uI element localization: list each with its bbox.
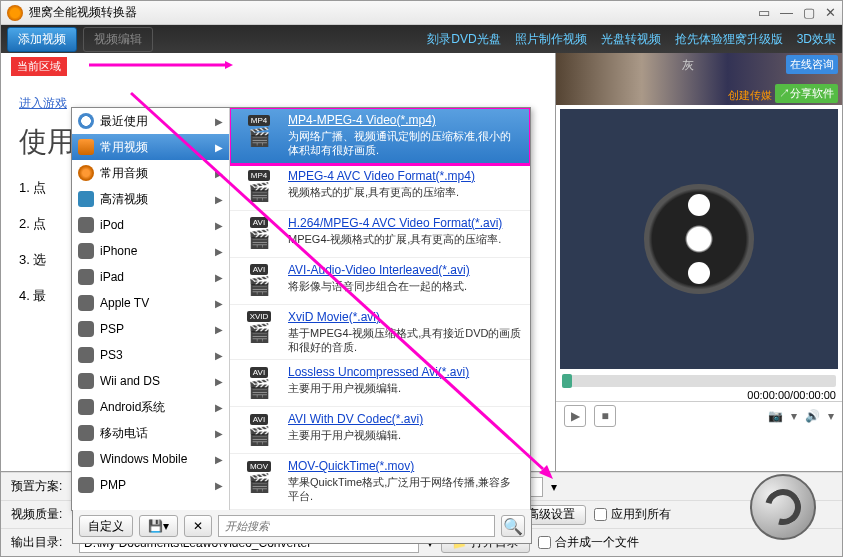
format-item[interactable]: AVI🎬AVI-Audio-Video Interleaved(*.avi)将影… <box>230 258 530 305</box>
format-item[interactable]: MP4🎬MPEG-4 AVC Video Format(*.mp4)视频格式的扩… <box>230 164 530 211</box>
format-item[interactable]: AVI🎬AVI With DV Codec(*.avi)主要用于用户视频编辑. <box>230 407 530 454</box>
convert-button[interactable] <box>750 474 816 540</box>
merge-checkbox[interactable]: 合并成一个文件 <box>538 534 639 551</box>
preset-label: 预置方案: <box>11 478 71 495</box>
format-item[interactable]: MP4🎬MP4-MPEG-4 Video(*.mp4)为网络广播、视频通讯定制的… <box>230 108 530 164</box>
format-icon: MP4🎬 <box>238 113 280 149</box>
category-item[interactable]: iPhone▶ <box>72 238 229 264</box>
category-icon <box>78 399 94 415</box>
chevron-right-icon: ▶ <box>215 246 223 257</box>
format-title: AVI With DV Codec(*.avi) <box>288 412 522 426</box>
category-icon <box>78 321 94 337</box>
minimize-icon[interactable]: — <box>780 5 793 20</box>
volume-icon[interactable]: 🔊 <box>805 409 820 423</box>
format-item[interactable]: XVID🎬XviD Movie(*.avi)基于MPEG4-视频压缩格式,具有接… <box>230 305 530 361</box>
format-desc: MPEG4-视频格式的扩展,具有更高的压缩率. <box>288 232 522 246</box>
save-preset-button[interactable]: 💾▾ <box>139 515 178 537</box>
category-item[interactable]: 移动电话▶ <box>72 420 229 446</box>
chevron-right-icon: ▶ <box>215 298 223 309</box>
play-button[interactable]: ▶ <box>564 405 586 427</box>
category-item[interactable]: Windows Mobile▶ <box>72 446 229 472</box>
consult-button[interactable]: 在线咨询 <box>786 55 838 74</box>
format-item[interactable]: AVI🎬Lossless Uncompressed Avi(*.avi)主要用于… <box>230 360 530 407</box>
format-desc: 苹果QuickTime格式,广泛用于网络传播,兼容多平台. <box>288 475 522 504</box>
banner-text: 创建传媒 <box>728 88 772 103</box>
link-disc[interactable]: 光盘转视频 <box>601 31 661 48</box>
category-label: PMP <box>100 478 126 492</box>
search-input[interactable] <box>218 515 495 537</box>
search-button[interactable]: 🔍 <box>501 515 525 537</box>
maximize-icon[interactable]: ▢ <box>803 5 815 20</box>
category-item[interactable]: 常用视频▶ <box>72 134 229 160</box>
category-item[interactable]: 常用音频▶ <box>72 160 229 186</box>
category-item[interactable]: PSP▶ <box>72 316 229 342</box>
chevron-right-icon: ▶ <box>215 168 223 179</box>
category-item[interactable]: Wii and DS▶ <box>72 368 229 394</box>
category-label: 常用视频 <box>100 139 148 156</box>
add-video-button[interactable]: 添加视频 <box>7 27 77 52</box>
close-icon[interactable]: ✕ <box>825 5 836 20</box>
category-item[interactable]: iPod▶ <box>72 212 229 238</box>
category-icon <box>78 113 94 129</box>
chevron-right-icon: ▶ <box>215 376 223 387</box>
category-item[interactable]: 最近使用▶ <box>72 108 229 134</box>
category-column: 最近使用▶常用视频▶常用音频▶高清视频▶iPod▶iPhone▶iPad▶App… <box>72 108 230 510</box>
apply-all-checkbox[interactable]: 应用到所有 <box>594 506 671 523</box>
category-label: PSP <box>100 322 124 336</box>
category-label: Wii and DS <box>100 374 160 388</box>
menu-icon[interactable]: ▭ <box>758 5 770 20</box>
preset-dropdown-panel: 最近使用▶常用视频▶常用音频▶高清视频▶iPod▶iPhone▶iPad▶App… <box>71 107 531 511</box>
category-item[interactable]: PMP▶ <box>72 472 229 498</box>
vq-label: 视频质量: <box>11 506 71 523</box>
custom-button[interactable]: 自定义 <box>79 515 133 537</box>
toolbar: 添加视频 视频编辑 刻录DVD光盘 照片制作视频 光盘转视频 抢先体验狸窝升级版… <box>1 25 842 53</box>
category-label: 最近使用 <box>100 113 148 130</box>
category-item[interactable]: PS3▶ <box>72 342 229 368</box>
video-preview <box>560 109 838 369</box>
format-icon: AVI🎬 <box>238 412 280 448</box>
share-button[interactable]: ↗分享软件 <box>775 84 838 103</box>
category-item[interactable]: Android系统▶ <box>72 394 229 420</box>
titlebar: 狸窝全能视频转换器 ▭ — ▢ ✕ <box>1 1 842 25</box>
link-photo[interactable]: 照片制作视频 <box>515 31 587 48</box>
format-desc: 主要用于用户视频编辑. <box>288 428 522 442</box>
video-edit-button[interactable]: 视频编辑 <box>83 27 153 52</box>
volume-menu-icon[interactable]: ▾ <box>828 409 834 423</box>
chevron-right-icon: ▶ <box>215 480 223 491</box>
snapshot-icon[interactable]: 📷 <box>768 409 783 423</box>
category-item[interactable]: 高清视频▶ <box>72 186 229 212</box>
snapshot-menu-icon[interactable]: ▾ <box>791 409 797 423</box>
category-label: 高清视频 <box>100 191 148 208</box>
format-icon: AVI🎬 <box>238 263 280 299</box>
category-label: Android系统 <box>100 399 165 416</box>
chevron-right-icon: ▶ <box>215 142 223 153</box>
preset-dropdown-icon[interactable]: ▾ <box>551 480 557 494</box>
category-icon <box>78 425 94 441</box>
stop-button[interactable]: ■ <box>594 405 616 427</box>
chevron-right-icon: ▶ <box>215 428 223 439</box>
link-upgrade[interactable]: 抢先体验狸窝升级版 <box>675 31 783 48</box>
category-icon <box>78 373 94 389</box>
link-dvd[interactable]: 刻录DVD光盘 <box>427 31 500 48</box>
category-icon <box>78 451 94 467</box>
ad-banner[interactable]: 灰 创建传媒 在线咨询 ↗分享软件 <box>556 53 842 105</box>
chevron-right-icon: ▶ <box>215 350 223 361</box>
category-label: iPhone <box>100 244 137 258</box>
chevron-right-icon: ▶ <box>215 324 223 335</box>
link-3d[interactable]: 3D效果 <box>797 31 836 48</box>
seek-bar[interactable] <box>562 375 836 387</box>
category-item[interactable]: iPad▶ <box>72 264 229 290</box>
format-item[interactable]: MOV🎬MOV-QuickTime(*.mov)苹果QuickTime格式,广泛… <box>230 454 530 510</box>
format-desc: 基于MPEG4-视频压缩格式,具有接近DVD的画质和很好的音质. <box>288 326 522 355</box>
category-item[interactable]: Apple TV▶ <box>72 290 229 316</box>
format-desc: 视频格式的扩展,具有更高的压缩率. <box>288 185 522 199</box>
app-icon <box>7 5 23 21</box>
app-title: 狸窝全能视频转换器 <box>29 4 137 21</box>
category-icon <box>78 295 94 311</box>
format-icon: AVI🎬 <box>238 216 280 252</box>
delete-preset-button[interactable]: ✕ <box>184 515 212 537</box>
format-item[interactable]: AVI🎬H.264/MPEG-4 AVC Video Format(*.avi)… <box>230 211 530 258</box>
category-label: Apple TV <box>100 296 149 310</box>
panel-footer: 自定义 💾▾ ✕ 🔍 <box>72 510 532 544</box>
format-icon: MP4🎬 <box>238 169 280 205</box>
